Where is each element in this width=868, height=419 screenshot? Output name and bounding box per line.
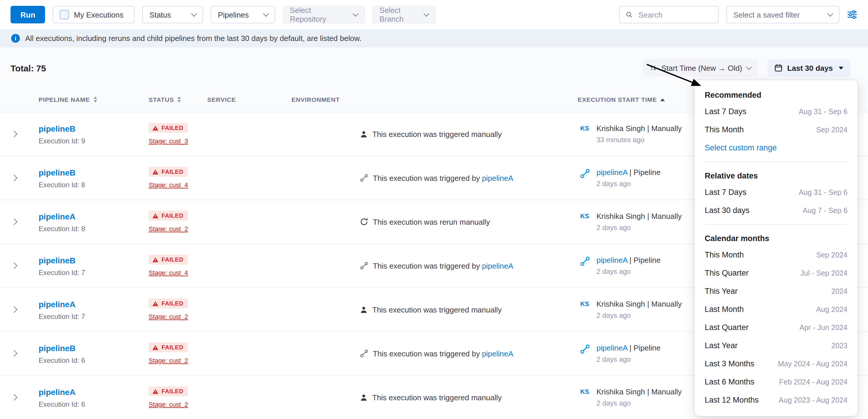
execution-id: Execution Id: 8: [39, 224, 149, 233]
stage-link[interactable]: Stage: cust_2: [149, 225, 188, 232]
chevron-down-icon: [264, 11, 269, 17]
starter-pipeline-link[interactable]: pipelineA: [596, 344, 627, 352]
saved-filter-select[interactable]: Select a saved filter: [726, 6, 839, 23]
menu-item-last-7-days-relative[interactable]: Last 7 Days Aug 31 - Sep 6: [695, 183, 858, 201]
column-header-label: EXECUTION START TIME: [578, 96, 657, 103]
trigger-text: This execution was triggered by: [373, 349, 482, 358]
column-header-status[interactable]: STATUS: [149, 96, 207, 103]
menu-item-last-month[interactable]: Last Month Aug 2024: [695, 300, 858, 318]
my-executions-toggle[interactable]: My Executions: [53, 6, 135, 23]
trigger-pipeline-link[interactable]: pipelineA: [482, 349, 513, 358]
date-range-button[interactable]: Last 30 days: [767, 59, 850, 77]
pipeline-name-link[interactable]: pipelineB: [39, 343, 75, 353]
stage-link[interactable]: Stage: cust_4: [149, 269, 188, 276]
menu-item-last-30-days[interactable]: Last 30 days Aug 7 - Sep 6: [695, 201, 858, 220]
warning-icon: [152, 257, 159, 262]
user-icon: [360, 130, 368, 138]
run-button[interactable]: Run: [10, 6, 45, 23]
row-expander[interactable]: [12, 395, 33, 400]
row-expander[interactable]: [12, 263, 33, 268]
time-ago: 2 days ago: [596, 267, 660, 276]
pipeline-icon: [360, 174, 368, 182]
chevron-right-icon: [11, 175, 18, 182]
filter-settings-button[interactable]: [847, 10, 858, 19]
pipeline-name-link[interactable]: pipelineA: [39, 299, 75, 309]
menu-item-label: This Quarter: [705, 268, 749, 278]
stage-link[interactable]: Stage: cust_3: [149, 137, 188, 144]
row-expander[interactable]: [12, 351, 33, 356]
trigger-pipeline-link[interactable]: pipelineA: [482, 261, 513, 270]
trigger-pipeline-link[interactable]: pipelineA: [482, 173, 513, 182]
my-executions-checkbox[interactable]: [60, 10, 69, 19]
menu-item-label: Last Month: [705, 305, 744, 314]
custom-range-link[interactable]: Select custom range: [705, 143, 777, 152]
pipeline-avatar: [578, 256, 592, 266]
chevron-right-icon: [11, 307, 18, 313]
row-expander[interactable]: [12, 132, 33, 136]
info-banner-text: All executions, including reruns and chi…: [25, 34, 362, 43]
branch-select[interactable]: Select Branch: [373, 6, 436, 23]
trigger-cell: This execution was triggered by pipeline…: [360, 349, 578, 358]
pipeline-name-link[interactable]: pipelineA: [39, 387, 75, 396]
sort-select[interactable]: Start Time (New → Old): [643, 59, 758, 77]
menu-item-last-3-months[interactable]: Last 3 Months May 2024 - Aug 2024: [695, 355, 858, 373]
trigger-cell: This execution was triggered by pipeline…: [360, 173, 578, 182]
pipeline-name-link[interactable]: pipelineB: [39, 168, 75, 177]
menu-item-range: Sep 2024: [816, 126, 847, 134]
status-label: FAILED: [161, 256, 184, 263]
execution-id: Execution Id: 7: [39, 268, 149, 277]
trigger-text: This execution was triggered by: [373, 173, 482, 182]
row-expander[interactable]: [12, 307, 33, 312]
menu-item-last-12-months[interactable]: Last 12 Months Aug 2023 - Aug 2024: [695, 391, 858, 409]
caret-down-icon: [839, 66, 843, 69]
stage-link[interactable]: Stage: cust_2: [149, 357, 188, 364]
starter-pipeline-link[interactable]: pipelineA: [596, 256, 627, 264]
column-header-pipeline-name[interactable]: PIPELINE NAME: [33, 96, 149, 103]
pipeline-avatar-icon: [580, 344, 590, 354]
row-expander[interactable]: [12, 175, 33, 180]
menu-item-range: Jul - Sep 2024: [800, 269, 847, 277]
menu-item-this-month[interactable]: This Month Sep 2024: [695, 121, 858, 139]
trigger-text: This execution was triggered by: [373, 261, 482, 270]
menu-item-label: Last 7 Days: [705, 107, 747, 116]
search-box[interactable]: [619, 6, 719, 23]
menu-item-this-year[interactable]: This Year 2024: [695, 282, 858, 300]
sort-ascending-icon: [660, 98, 665, 101]
toolbar: Run My Executions Status Pipelines Selec…: [0, 0, 868, 29]
row-expander[interactable]: [12, 220, 33, 224]
status-label: FAILED: [161, 388, 184, 394]
starter-text: Krishika Singh | Manually: [596, 300, 682, 309]
chevron-right-icon: [11, 394, 18, 401]
stage-link[interactable]: Stage: cust_2: [149, 313, 188, 320]
chevron-down-icon: [191, 11, 197, 17]
menu-item-select-custom-range[interactable]: Select custom range: [695, 139, 858, 157]
status-label: FAILED: [161, 300, 184, 307]
menu-item-label: Last Quarter: [705, 323, 749, 332]
repository-select[interactable]: Select Repository: [283, 6, 365, 23]
pipeline-name-link[interactable]: pipelineB: [39, 255, 75, 265]
trigger-text: This execution was triggered manually: [372, 305, 502, 314]
menu-item-range: Feb 2024 - Aug 2024: [779, 378, 847, 386]
menu-item-last-6-months[interactable]: Last 6 Months Feb 2024 - Aug 2024: [695, 373, 858, 391]
pipeline-name-link[interactable]: pipelineB: [39, 124, 75, 133]
menu-item-last-year[interactable]: Last Year 2023: [695, 336, 858, 355]
warning-icon: [152, 344, 159, 350]
pipeline-avatar: [578, 344, 592, 354]
search-input[interactable]: [638, 10, 713, 20]
menu-item-range: Sep 2024: [816, 251, 847, 259]
menu-item-range: Aug 2024: [816, 305, 847, 313]
pipeline-name-link[interactable]: pipelineA: [39, 212, 75, 221]
pipelines-filter-select[interactable]: Pipelines: [211, 6, 275, 23]
menu-item-this-month-calendar[interactable]: This Month Sep 2024: [695, 246, 858, 264]
starter-pipeline-link[interactable]: pipelineA: [596, 168, 627, 177]
menu-divider: [705, 224, 847, 225]
stage-link[interactable]: Stage: cust_2: [149, 400, 188, 408]
menu-item-this-quarter[interactable]: This Quarter Jul - Sep 2024: [695, 264, 858, 282]
trigger-cell: This execution was triggered by pipeline…: [360, 261, 578, 270]
stage-link[interactable]: Stage: cust_4: [149, 181, 188, 188]
menu-item-last-quarter[interactable]: Last Quarter Apr - Jun 2024: [695, 318, 858, 336]
menu-item-label: Last 3 Months: [705, 359, 754, 368]
status-filter-select[interactable]: Status: [143, 6, 204, 23]
info-icon: [11, 34, 20, 43]
menu-item-last-7-days[interactable]: Last 7 Days Aug 31 - Sep 6: [695, 102, 858, 121]
